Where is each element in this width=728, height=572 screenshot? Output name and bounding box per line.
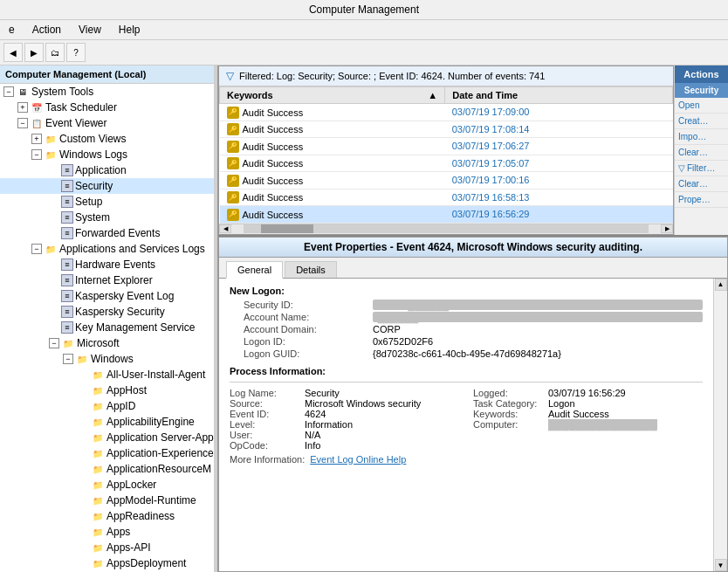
tree-item-windows-logs[interactable]: − 📁 Windows Logs [0, 147, 217, 162]
tree-item-event-viewer[interactable]: − 📋 Event Viewer [0, 115, 217, 131]
tree-item-setup[interactable]: ≡ Setup [0, 194, 217, 210]
expand-task-scheduler[interactable]: + [17, 102, 28, 113]
tree-item-all-user-install[interactable]: 📁 All-User-Install-Agent [0, 367, 217, 382]
opcode-row: OpCode: Info [230, 440, 459, 451]
tree-item-task-scheduler[interactable]: + 📅 Task Scheduler [0, 100, 217, 115]
apps-api-icon: 📁 [91, 541, 105, 555]
expand-microsoft[interactable]: − [49, 338, 59, 348]
keywords-label: Keywords: [473, 409, 543, 419]
event-table-scroll[interactable]: Keywords ▲ Date and Time 🔑 Audit Success… [219, 86, 673, 224]
table-row[interactable]: 🔑 Audit Success 03/07/19 16:56:29 [220, 206, 673, 224]
menu-item-e[interactable]: e [3, 22, 20, 38]
scroll-track[interactable] [244, 224, 649, 233]
action-filter[interactable]: ▽Filter… [675, 161, 728, 176]
expand-custom-views[interactable]: + [31, 134, 42, 144]
apps-icon: 📁 [91, 525, 105, 539]
applockers-label: AppLocker [106, 479, 156, 491]
table-row[interactable]: 🔑 Audit Success 03/07/19 17:09:00 [220, 104, 673, 121]
key-management-label: Key Management Service [75, 321, 195, 334]
keyword-cell: 🔑 Audit Success [220, 155, 445, 172]
tree-item-applockers[interactable]: 📁 AppLocker [0, 477, 217, 493]
menu-item-view[interactable]: View [73, 22, 106, 38]
tree-item-application-resource[interactable]: 📁 ApplicationResourceM [0, 461, 217, 477]
scroll-right-btn[interactable]: ▶ [661, 224, 673, 233]
tree-item-system[interactable]: ≡ System [0, 210, 217, 225]
divider [230, 382, 703, 382]
audit-icon: 🔑 [227, 209, 239, 221]
horizontal-scrollbar[interactable]: ◀ ▶ [219, 224, 673, 234]
tree-item-hardware-events[interactable]: ≡ Hardware Events [0, 257, 217, 272]
tree-item-microsoft[interactable]: − 📁 Microsoft [0, 335, 217, 351]
tree-item-appsdeployment[interactable]: 📁 AppsDeployment [0, 555, 217, 571]
tree-item-system-tools[interactable]: − 🖥 System Tools [0, 84, 217, 100]
props-scrollbar[interactable]: ▲ ▼ [713, 279, 727, 572]
action-create[interactable]: Creat… [675, 114, 728, 129]
tree-item-appreadiness[interactable]: 📁 AppReadiness [0, 508, 217, 524]
tree-item-apphost[interactable]: 📁 AppHost [0, 382, 217, 398]
datetime-cell: 03/07/19 17:05:07 [445, 155, 673, 172]
table-row[interactable]: 🔑 Audit Success 03/07/19 17:08:14 [220, 121, 673, 138]
scroll-left-btn[interactable]: ◀ [219, 224, 231, 233]
tab-general[interactable]: General [226, 261, 283, 279]
security-label: Security [75, 180, 113, 192]
expand-system-tools[interactable]: − [3, 86, 14, 97]
tree-item-appmodel-runtime[interactable]: 📁 AppModel-Runtime [0, 493, 217, 508]
event-viewer-label: Event Viewer [45, 117, 106, 129]
tree-item-apps-services[interactable]: − 📁 Applications and Services Logs [0, 241, 217, 257]
menu-item-action[interactable]: Action [27, 22, 66, 38]
scroll-thumb[interactable] [261, 224, 313, 233]
forward-button[interactable]: ▶ [24, 43, 44, 62]
tree-item-custom-views[interactable]: + 📁 Custom Views [0, 131, 217, 147]
forwarded-events-icon: ≡ [61, 227, 73, 239]
tree-item-windows[interactable]: − 📁 Windows [0, 351, 217, 367]
table-row[interactable]: 🔑 Audit Success 03/07/19 17:05:07 [220, 155, 673, 172]
tree-item-application-server[interactable]: 📁 Application Server-App [0, 430, 217, 445]
scroll-up-btn[interactable]: ▲ [715, 279, 727, 291]
action-open[interactable]: Open [675, 98, 728, 114]
expand-windows[interactable]: − [63, 354, 73, 364]
tree-item-forwarded-events[interactable]: ≡ Forwarded Events [0, 225, 217, 241]
key-management-icon: ≡ [61, 321, 73, 334]
scroll-down-btn[interactable]: ▼ [715, 559, 727, 571]
menu-item-help[interactable]: Help [113, 22, 146, 38]
expand-event-viewer[interactable]: − [17, 118, 28, 128]
table-row[interactable]: 🔑 Audit Success 03/07/19 17:00:16 [220, 172, 673, 190]
tree-item-kaspersky-event[interactable]: ≡ Kaspersky Event Log [0, 288, 217, 304]
application-resource-icon: 📁 [91, 462, 105, 476]
application-server-label: Application Server-App [106, 431, 214, 444]
col-datetime[interactable]: Date and Time [445, 87, 673, 104]
tree-item-appid[interactable]: 📁 AppID [0, 398, 217, 414]
tree-item-apps[interactable]: 📁 Apps [0, 524, 217, 540]
apps-services-icon: 📁 [44, 242, 58, 256]
appsdeployment-label: AppsDeployment [106, 557, 186, 569]
tree-item-application-experience[interactable]: 📁 Application-Experience [0, 445, 217, 461]
table-row[interactable]: 🔑 Audit Success 03/07/19 16:58:13 [220, 189, 673, 206]
help-button[interactable]: ? [66, 43, 86, 62]
logged-value: 03/07/19 16:56:29 [548, 388, 626, 398]
event-log-online-help-link[interactable]: Event Log Online Help [310, 454, 406, 465]
tree-item-internet-explorer[interactable]: ≡ Internet Explorer [0, 272, 217, 288]
tree-item-application[interactable]: ≡ Application [0, 162, 217, 178]
tree-item-security[interactable]: ≡ Security [0, 178, 217, 194]
tree-item-applicability-engine[interactable]: 📁 ApplicabilityEngine [0, 414, 217, 430]
action-import[interactable]: Impo… [675, 129, 728, 145]
event-viewer-icon: 📋 [30, 116, 44, 130]
tree-item-kaspersky-security[interactable]: ≡ Kaspersky Security [0, 304, 217, 320]
table-row[interactable]: 🔑 Audit Success 03/07/19 17:06:27 [220, 138, 673, 155]
expand-windows-logs[interactable]: − [31, 149, 42, 160]
action-clear-filter[interactable]: Clear… [675, 176, 728, 192]
back-button[interactable]: ◀ [3, 43, 23, 62]
tab-details[interactable]: Details [285, 261, 337, 278]
expand-apps-services[interactable]: − [31, 244, 42, 254]
setup-icon: ≡ [61, 196, 73, 208]
audit-icon: 🔑 [227, 191, 239, 203]
action-clear-log[interactable]: Clear… [675, 145, 728, 161]
col-keywords[interactable]: Keywords ▲ [220, 87, 445, 104]
up-button[interactable]: 🗂 [45, 43, 65, 62]
tree-item-key-management[interactable]: ≡ Key Management Service [0, 320, 217, 335]
event-id-value: 4624 [305, 409, 326, 419]
tree-resize-handle[interactable] [214, 65, 217, 572]
hardware-events-icon: ≡ [61, 258, 73, 271]
tree-item-apps-api[interactable]: 📁 Apps-API [0, 540, 217, 555]
action-properties[interactable]: Prope… [675, 192, 728, 208]
